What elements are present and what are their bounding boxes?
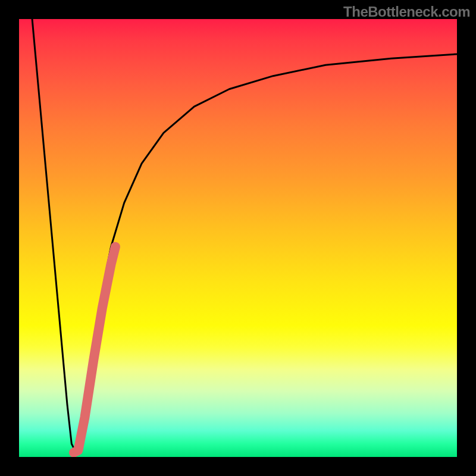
plot-area xyxy=(19,19,457,457)
chart-svg xyxy=(19,19,457,457)
series-highlight-segment xyxy=(74,247,115,453)
watermark-text: TheBottleneck.com xyxy=(343,4,470,20)
chart-container: TheBottleneck.com xyxy=(0,0,476,476)
series-bottleneck-curve xyxy=(32,19,457,453)
